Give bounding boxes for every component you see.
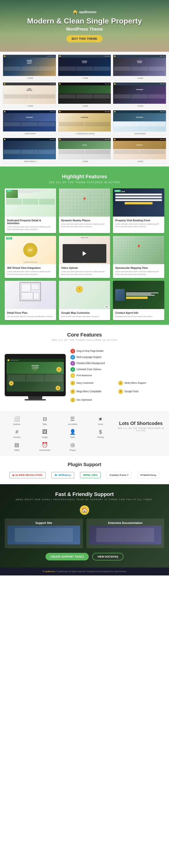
feature-image: Video Tour bbox=[59, 236, 110, 264]
numbered-feature: 1 Drag & Drop Page Builder bbox=[70, 349, 164, 353]
feature-label: Multi Language Support bbox=[76, 356, 101, 359]
feature-body: Spectacular Mapping View Lorem sed duis … bbox=[113, 264, 164, 278]
shortcode-item-counter: # Counter bbox=[5, 429, 29, 438]
numbered-feature: 2 Multi Language Support bbox=[70, 355, 164, 360]
demo-preview: ESTATE bbox=[58, 138, 111, 159]
core-feature-item: ✓ Easy Customize bbox=[70, 381, 116, 385]
demo-item[interactable]: APARTMENT ⌂ APARTMENT bbox=[3, 110, 56, 136]
plugin-support-section: Plugin Support ▶ SLIDER REVOLUTION 🐦 WPB… bbox=[0, 456, 169, 484]
feature-label: Parallax Effect Background bbox=[76, 362, 105, 365]
monitor-stand bbox=[28, 396, 42, 399]
feature-card-video[interactable]: Video Tour Video Upload Lorem sed duis d… bbox=[59, 236, 110, 278]
feature-label: Font Awesome bbox=[76, 374, 92, 377]
demo-item[interactable]: MODERNLUXURY ⌂ HOME bbox=[58, 55, 111, 81]
plugin-wpml: WPML.ORG bbox=[80, 472, 101, 478]
tabs-icon: ⊟ bbox=[43, 416, 47, 422]
feature-name: Spectacular Mapping View bbox=[115, 267, 162, 269]
footer: © opalhomes © opalhomes All rights reser… bbox=[0, 567, 169, 576]
feature-desc: Lorem sed duis dolor amet consecturr adi… bbox=[7, 225, 54, 231]
demo-grid: MODERNLUXURYSAFETY ⌂ HOME MODERNLUXURY ⌂… bbox=[0, 52, 169, 166]
demo-item[interactable]: MODERNGRAND ⌂ HOME bbox=[113, 55, 166, 81]
demo-label: ⌂ HOME bbox=[113, 76, 166, 80]
demo-label: ⌂ APARTMENT bbox=[113, 131, 166, 136]
footer-copyright: © opalhomes © opalhomes All rights reser… bbox=[3, 570, 166, 572]
demo-preview bbox=[3, 138, 56, 159]
create-ticket-button[interactable]: CREATE SUPPORT TICKET bbox=[45, 553, 89, 560]
shortcode-label: Accordion bbox=[68, 423, 77, 426]
demo-item[interactable]: HOMEPRESTIGE ⌂ HOME bbox=[3, 82, 56, 108]
support-cards: Support Site Extensive Documentation bbox=[5, 519, 164, 548]
demo-preview: APARTMENT bbox=[113, 110, 166, 131]
demo-item[interactable]: MODERNLUXURYSAFETY ⌂ HOME bbox=[3, 55, 56, 81]
shortcode-item-tabs: ⊟ Tabs bbox=[33, 416, 57, 426]
check-icon: ✓ bbox=[118, 389, 123, 394]
shortcode-label: Icons bbox=[98, 423, 103, 426]
demo-item[interactable]: ESTATE ⌂ HOME bbox=[58, 138, 111, 164]
feature-body: Video Upload Lorem sed duis dolor amet c… bbox=[59, 264, 110, 278]
core-monitor: MODERN LUXURY SAFETY 1 2 3 bbox=[5, 354, 66, 396]
feature-number: 2 bbox=[70, 355, 75, 360]
feature-card-mapping[interactable]: NEW 📍 Spectacular Mapping View Lorem sed… bbox=[113, 236, 164, 278]
demo-label: ⌂ HOME bbox=[58, 159, 111, 163]
demo-item[interactable]: APARTMENT ⌂ HOME bbox=[113, 82, 166, 108]
numbered-feature: 3 Parallax Effect Background bbox=[70, 361, 164, 366]
feature-label: Mega Menu Compatible bbox=[76, 390, 101, 393]
demo-item[interactable]: ⌂ APARTMENT 2 bbox=[3, 138, 56, 164]
demo-item[interactable]: ⌂ HOME bbox=[58, 82, 111, 108]
mailchimp-icon: ✉ bbox=[140, 474, 142, 476]
feature-card-360[interactable]: NEW 360° Try 360 Virtual Tour 360 Virtua… bbox=[5, 236, 56, 278]
feature-label: Sticky Menu Support bbox=[125, 382, 146, 384]
support-buttons: CREATE SUPPORT TICKET VIEW DOCS/FAQ bbox=[5, 553, 164, 560]
docs-card: Extensive Documentation bbox=[87, 519, 165, 548]
view-docs-button[interactable]: VIEW DOCS/FAQ bbox=[92, 553, 124, 560]
demo-preview: MODERNLUXURYSAFETY bbox=[3, 55, 56, 76]
footer-brand: © opalhomes bbox=[42, 570, 55, 572]
shortcode-item-slider: ▤ Slider bbox=[5, 442, 29, 451]
core-features-list: 1 Drag & Drop Page Builder 2 Multi Langu… bbox=[70, 346, 164, 404]
feature-card-nearby[interactable]: 📍 Dynamic Nearby Places Lorem sed duis d… bbox=[59, 188, 110, 233]
feature-tag: NEW bbox=[6, 190, 12, 192]
feature-card-gmap[interactable]: 📍 Map Google Map Customize Click to edit… bbox=[59, 281, 110, 320]
feature-name: Property Visit Booking Form bbox=[115, 219, 162, 222]
feature-name: 360 Virtual View Integration bbox=[7, 267, 54, 269]
demo-label: ⌂ HOME bbox=[3, 104, 56, 108]
monitor-base bbox=[25, 399, 46, 401]
feature-label: Seo Optimised bbox=[76, 399, 92, 401]
pricing-icon: $ bbox=[99, 429, 102, 435]
shortcode-item-image: 🖼 Image bbox=[33, 429, 57, 438]
feature-image: NEW 360° Try 360 Virtual Tour bbox=[5, 236, 56, 264]
features-grid: NEW bbox=[5, 188, 164, 320]
feature-desc: Click to edit and change map styles via … bbox=[61, 315, 108, 318]
demo-item[interactable]: APARTMENT ⌂ APARTMENT bbox=[113, 110, 166, 136]
plugins-logos: ▶ SLIDER REVOLUTION 🐦 WPBakery WPML.ORG … bbox=[5, 472, 164, 478]
shortcode-item-countdown: ⏰ CountDown bbox=[33, 442, 57, 451]
plugins-title: Plugin Support bbox=[5, 462, 164, 467]
feature-desc: Lorem sed duis dolor amet consecturr adi… bbox=[61, 223, 108, 228]
numbered-features: 1 Drag & Drop Page Builder 2 Multi Langu… bbox=[70, 349, 164, 378]
features-title: Highlight Features bbox=[5, 174, 164, 180]
support-site-title: Support Site bbox=[7, 521, 80, 525]
shortcode-item-accordion: ☰ Accordion bbox=[61, 416, 85, 426]
team-icon: 👤 bbox=[69, 429, 76, 435]
demo-item[interactable]: COWORKING ⌂ COWORKING SPACE bbox=[58, 110, 111, 136]
demo-preview: PROPERTY bbox=[113, 138, 166, 159]
feature-card-floor[interactable]: Detail Floor Plan You can easily add and… bbox=[5, 281, 56, 320]
feature-card-agent[interactable]: Contact Agent Info Displayed and info of… bbox=[113, 281, 164, 320]
plugin-mailchimp: ✉ MailChimp bbox=[137, 472, 159, 478]
feature-card-property-detail[interactable]: NEW bbox=[5, 188, 56, 233]
feature-tag: NEW bbox=[114, 190, 121, 192]
feature-number: 3 bbox=[70, 361, 75, 366]
demo-item[interactable]: PROPERTY ⌂ HOME bbox=[113, 138, 166, 164]
hero-cta-button[interactable]: BUY THIS THEME bbox=[66, 35, 103, 42]
support-site-image bbox=[7, 526, 80, 545]
hero-title: Modern & Clean Single Property bbox=[27, 17, 142, 25]
plugin-slider-revolution: ▶ SLIDER REVOLUTION bbox=[10, 472, 45, 478]
feature-number: 4 bbox=[70, 367, 75, 372]
feature-label: Drag & Drop Page Builder bbox=[76, 350, 104, 352]
feature-card-booking[interactable]: NEW Book A Visit Property Visit Booking … bbox=[113, 188, 164, 233]
support-title: Fast & Friendly Support bbox=[5, 491, 164, 497]
logo-text: opalhomes bbox=[79, 10, 97, 14]
plugin-wpbakery: 🐦 WPBakery bbox=[52, 472, 74, 478]
check-icon: ✓ bbox=[118, 381, 123, 385]
feature-image: 📍 bbox=[59, 188, 110, 217]
